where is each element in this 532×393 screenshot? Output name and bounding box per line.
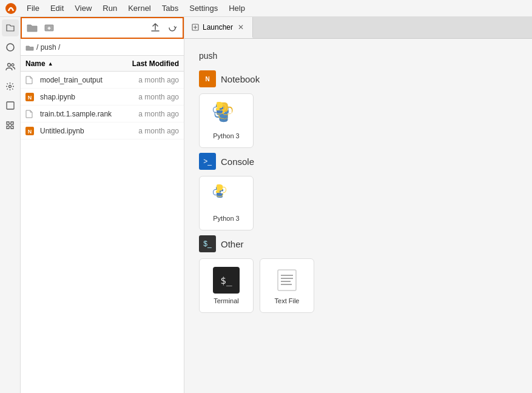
svg-rect-5 (7, 102, 14, 109)
textfile-card-label: Text File (275, 297, 300, 304)
file-date: a month ago (112, 127, 179, 135)
table-row[interactable]: train.txt.1.sample.rank a month ago (21, 106, 184, 123)
tab-bar: Launcher ✕ (184, 17, 532, 39)
file-type-icon (25, 76, 36, 84)
other-section-label: Other (221, 239, 244, 249)
textfile-card[interactable]: Text File (260, 258, 314, 313)
file-name: train.txt.1.sample.rank (40, 110, 112, 118)
sidebar-files-btn[interactable] (2, 19, 19, 36)
upload-btn[interactable] (149, 21, 162, 35)
notebook-kernel-cards: Python 3 (199, 93, 517, 148)
launcher-tab[interactable]: Launcher ✕ (184, 17, 253, 38)
icon-sidebar (0, 17, 21, 393)
console-section-header: >_ Console (199, 153, 517, 170)
app-body: / push / Name ▲ Last Modified mode (0, 17, 532, 393)
file-list-header: Name ▲ Last Modified (21, 56, 184, 72)
menu-run[interactable]: Run (98, 2, 122, 14)
col-modified-label: Last Modified (132, 59, 179, 68)
menu-help[interactable]: Help (224, 2, 250, 14)
notebook-python3-label: Python 3 (213, 132, 239, 139)
console-python3-label: Python 3 (213, 215, 239, 222)
file-type-icon (25, 110, 36, 118)
svg-text:N: N (28, 128, 32, 134)
terminal-icon: $_ (213, 267, 240, 294)
tab-close-btn[interactable]: ✕ (237, 22, 245, 33)
file-date: a month ago (112, 110, 179, 118)
svg-point-19 (221, 191, 223, 193)
col-name-label: Name (25, 59, 45, 68)
menu-tabs[interactable]: Tabs (157, 2, 183, 14)
svg-rect-21 (278, 270, 296, 291)
console-python-logo (213, 184, 240, 211)
launcher-tab-icon (192, 24, 199, 31)
launcher-tab-label: Launcher (203, 23, 233, 32)
svg-point-17 (228, 118, 231, 121)
notebook-icon: N (25, 127, 36, 135)
file-toolbar (21, 17, 184, 39)
breadcrumb: / push / (21, 39, 184, 56)
textfile-icon (274, 267, 300, 294)
terminal-card[interactable]: $_ Terminal (199, 258, 254, 313)
sidebar-puzzle-btn[interactable] (2, 116, 19, 133)
table-row[interactable]: N Untitled.ipynb a month ago (21, 123, 184, 139)
sidebar-gear-btn[interactable] (2, 78, 19, 95)
sidebar-circle-btn[interactable] (2, 39, 19, 56)
notebook-icon: N (25, 93, 36, 101)
file-date: a month ago (112, 93, 179, 101)
breadcrumb-text: / push / (36, 43, 60, 52)
file-list: model_train_output a month ago N shap.ip… (21, 72, 184, 393)
menu-view[interactable]: View (70, 2, 96, 14)
launcher-directory: push (199, 51, 517, 61)
other-section-icon: $_ (199, 235, 216, 252)
svg-point-2 (7, 64, 10, 67)
sort-arrow-icon: ▲ (48, 61, 53, 67)
launcher-content: push N Notebook (184, 39, 532, 393)
file-panel: / push / Name ▲ Last Modified mode (21, 17, 184, 393)
python-logo (213, 102, 240, 129)
app-logo (5, 2, 17, 15)
console-python3-card[interactable]: Python 3 (199, 176, 254, 230)
new-folder-btn[interactable] (42, 21, 56, 35)
menu-settings[interactable]: Settings (184, 2, 223, 14)
svg-point-3 (12, 64, 14, 66)
other-section-header: $_ Other (199, 235, 517, 252)
notebook-python3-card[interactable]: Python 3 (199, 93, 254, 148)
sidebar-people-btn[interactable] (2, 58, 19, 75)
file-name: model_train_output (40, 76, 112, 84)
svg-text:N: N (205, 76, 209, 82)
sidebar-square-btn[interactable] (2, 97, 19, 114)
other-cards: $_ Terminal Text File (199, 258, 517, 313)
folder-icon-btn[interactable] (25, 21, 39, 35)
notebook-section-label: Notebook (221, 74, 260, 84)
tab-spacer (253, 17, 532, 38)
svg-text:N: N (28, 94, 32, 100)
table-row[interactable]: N shap.ipynb a month ago (21, 89, 184, 106)
menu-edit[interactable]: Edit (45, 2, 69, 14)
file-name: Untitled.ipynb (40, 127, 112, 135)
refresh-btn[interactable] (166, 21, 179, 35)
menubar: File Edit View Run Kernel Tabs Settings … (0, 0, 532, 17)
file-date: a month ago (112, 76, 179, 84)
svg-point-20 (229, 202, 232, 204)
svg-point-4 (9, 85, 12, 87)
table-row[interactable]: model_train_output a month ago (21, 72, 184, 89)
terminal-card-label: Terminal (214, 297, 239, 304)
console-section-icon: >_ (199, 153, 216, 170)
svg-point-1 (7, 44, 14, 51)
file-name: shap.ipynb (40, 93, 112, 101)
console-kernel-cards: Python 3 (199, 176, 517, 230)
console-section-label: Console (221, 156, 254, 167)
notebook-section-header: N Notebook (199, 70, 517, 87)
notebook-section-icon: N (199, 70, 216, 87)
launcher-panel: Launcher ✕ push N Notebook (184, 17, 532, 393)
menu-file[interactable]: File (22, 2, 44, 14)
menu-kernel[interactable]: Kernel (123, 2, 156, 14)
